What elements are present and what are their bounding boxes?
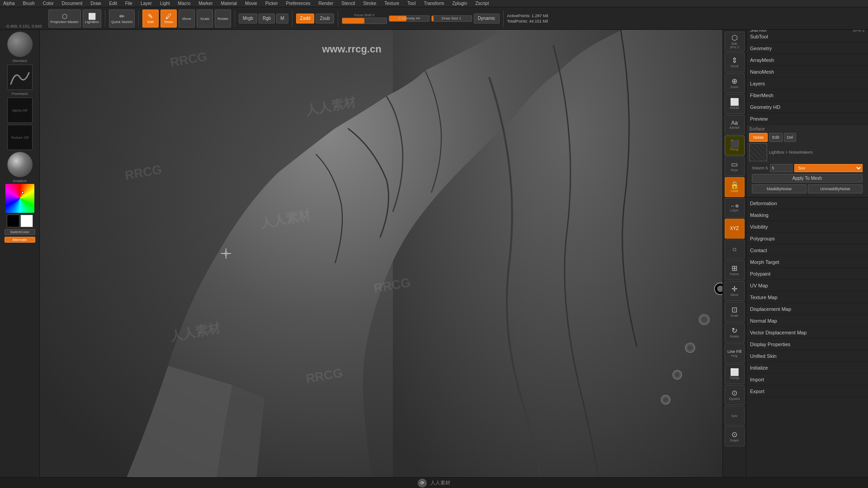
menu-stencil[interactable]: Stencil [340, 1, 356, 6]
icon-circle[interactable]: ○ [725, 239, 745, 259]
panel-uv-map[interactable]: UV Map [746, 280, 868, 291]
panel-import[interactable]: Import [746, 374, 868, 385]
z-intensity-track[interactable]: Z Intensity 44 [389, 15, 429, 22]
menu-alpha[interactable]: Alpha [2, 1, 16, 6]
menu-tool[interactable]: Tool [406, 1, 417, 6]
icon-floor[interactable]: ▭ Floor [725, 156, 745, 176]
menu-preferences[interactable]: Preferences [285, 1, 312, 6]
panel-fibermesh[interactable]: FiberMesh [746, 89, 868, 101]
lightbox-button[interactable]: ⬜ LightBox [83, 9, 101, 28]
panel-texture-map[interactable]: Texture Map [746, 291, 868, 303]
panel-geometry[interactable]: Geometry [746, 42, 868, 54]
icon-dynami[interactable]: ⊙ Dynami [725, 385, 745, 405]
draw-size-slider[interactable]: Draw Size 1 [431, 15, 472, 22]
icon-actual[interactable]: ⬜ Actual [725, 94, 745, 114]
menu-light[interactable]: Light [159, 1, 171, 6]
menu-macro[interactable]: Macro [177, 1, 192, 6]
apply-to-mesh-button[interactable]: Apply To Mesh [752, 174, 863, 183]
draw-size-track[interactable]: Draw Size 1 [431, 15, 472, 22]
canvas-area[interactable]: RRCG 人人素材 RRCG 人人素材 RRCG 人人素材 RRCG www.r… [40, 30, 746, 477]
gradient-sphere-preview[interactable] [7, 152, 33, 177]
panel-unified-skin[interactable]: Unified Skin [746, 350, 868, 362]
unmaskbynoise-button[interactable]: UnmaskByNoise [808, 184, 863, 193]
panel-morph-target[interactable]: Morph Target [746, 256, 868, 268]
panel-geometryhd[interactable]: Geometry HD [746, 101, 868, 113]
texture-preview[interactable]: Texture Off [7, 125, 33, 150]
icon-rotate[interactable]: ↻ Rotate [725, 323, 745, 343]
icon-persp[interactable]: ⬛ Persp [725, 136, 745, 155]
draw-button[interactable]: 🖊 Draw [160, 9, 177, 28]
edit-button[interactable]: ✎ Edit [142, 9, 159, 28]
icon-scale[interactable]: ⊡ Scale [725, 302, 745, 322]
panel-vector-displacement-map[interactable]: Vector Displacement Map [746, 327, 868, 338]
move-button[interactable]: Move [179, 9, 195, 28]
menu-brush[interactable]: Brush [22, 1, 36, 6]
panel-nanomesh[interactable]: NanoMesh [746, 66, 868, 78]
icon-move[interactable]: ✛ Move [725, 281, 745, 301]
menu-zscript[interactable]: Zscript [474, 1, 490, 6]
panel-arraymesh[interactable]: ArrayMesh [746, 54, 868, 66]
storm-dropdown[interactable]: Suv UV XYZ [794, 164, 863, 172]
brush-preview[interactable] [7, 65, 33, 90]
menu-draw[interactable]: Draw [89, 1, 102, 6]
menu-layer[interactable]: Layer [139, 1, 153, 6]
menu-transform[interactable]: Transform [422, 1, 445, 6]
z-intensity-slider[interactable]: Z Intensity 44 [389, 15, 429, 22]
menu-zplugin[interactable]: Zplugin [451, 1, 469, 6]
menu-stroke[interactable]: Stroke [362, 1, 377, 6]
panel-display-properties[interactable]: Display Properties [746, 338, 868, 350]
panel-layers[interactable]: Layers [746, 78, 868, 89]
menu-marker[interactable]: Marker [197, 1, 214, 6]
alpha-preview[interactable]: Alpha Off [7, 98, 33, 123]
icon-frame[interactable]: ⊞ Frame [725, 260, 745, 280]
m-button[interactable]: M [276, 14, 288, 23]
panel-displacement-map[interactable]: Displacement Map [746, 303, 868, 315]
surface-del-button[interactable]: Del [784, 133, 797, 142]
panel-polygroups[interactable]: Polygroups [746, 233, 868, 244]
icon-snaps[interactable]: ⊙ Snaps [725, 427, 745, 446]
icon-locd[interactable]: 🔒 Locd [725, 177, 745, 197]
dynamic-button[interactable]: Dynamic [474, 14, 500, 23]
rgb-button[interactable]: Rgb [259, 14, 275, 23]
menu-material[interactable]: Material [220, 1, 239, 6]
maskbynoise-button[interactable]: MaskByNoise [752, 184, 807, 193]
material-preview[interactable] [7, 32, 33, 57]
quick-sketch-button[interactable]: ✏ Quick Sketch [109, 9, 135, 28]
icon-zoom[interactable]: ⊕ Zoom [725, 73, 745, 93]
menu-texture[interactable]: Texture [383, 1, 401, 6]
icon-transp[interactable]: ⬜ Transp [725, 364, 745, 384]
rotate-button[interactable]: Rotate [215, 9, 231, 28]
icon-aahalf[interactable]: Aa AAHalf [725, 115, 745, 135]
menu-movie[interactable]: Movie [244, 1, 259, 6]
icon-lsym[interactable]: ↔⊕ LSym [725, 198, 745, 218]
panel-initialize[interactable]: Initialize [746, 362, 868, 374]
projection-master-button[interactable]: ⬡ Projection Master [48, 9, 81, 28]
icon-scroll[interactable]: ⇕ Scroll [725, 52, 745, 72]
zsub-button[interactable]: Zsub [316, 14, 334, 23]
storm-value-input[interactable] [770, 164, 793, 172]
menu-edit[interactable]: Edit [108, 1, 118, 6]
panel-subtool[interactable]: SubTool [746, 31, 868, 42]
panel-deformation[interactable]: Deformation [746, 197, 868, 209]
mrgb-button[interactable]: Mrgb [239, 14, 257, 23]
icon-solv[interactable]: Solv [725, 406, 745, 426]
icon-bab[interactable]: ⬡ Bab SPix 3 [725, 32, 745, 52]
menu-render[interactable]: Render [317, 1, 335, 6]
scale-button[interactable]: Scale [197, 9, 213, 28]
switch-color-button[interactable]: SwitchColor [5, 229, 35, 235]
swatch-black[interactable] [7, 215, 19, 227]
focal-shift-track[interactable] [342, 18, 387, 24]
panel-polypaint[interactable]: Polypaint [746, 268, 868, 280]
panel-export[interactable]: Export [746, 385, 868, 397]
panel-contact[interactable]: Contact [746, 244, 868, 256]
panel-visibility[interactable]: Visibility [746, 221, 868, 233]
color-wheel[interactable] [5, 184, 34, 213]
alternate-button[interactable]: Alternate [5, 237, 35, 243]
panel-preview[interactable]: Preview [746, 113, 868, 125]
swatch-white[interactable] [20, 215, 33, 227]
zadd-button[interactable]: Zadd [296, 14, 315, 23]
panel-masking[interactable]: Masking [746, 209, 868, 221]
surface-edit-button[interactable]: Edit [769, 133, 783, 142]
panel-normal-map[interactable]: Normal Map [746, 315, 868, 327]
menu-picker[interactable]: Picker [264, 1, 279, 6]
